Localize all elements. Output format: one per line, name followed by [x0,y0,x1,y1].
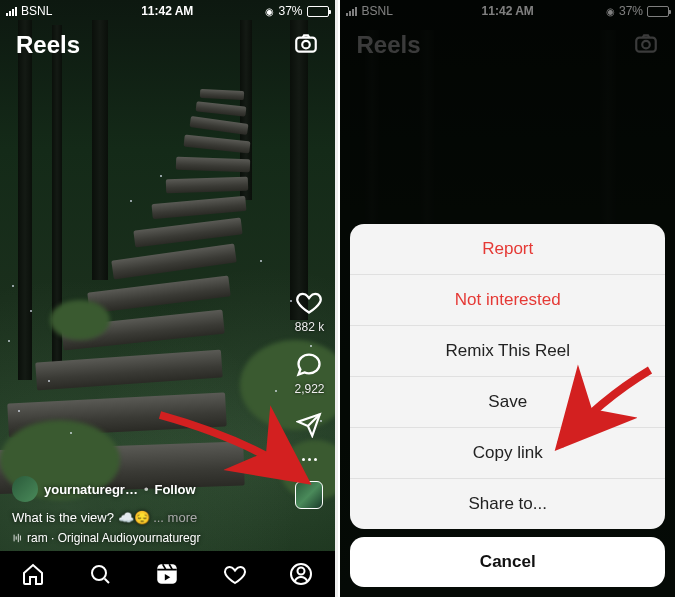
follow-button[interactable]: Follow [154,482,195,497]
share-button[interactable] [296,412,322,438]
svg-rect-0 [296,38,316,52]
sheet-item-not-interested[interactable]: Not interested [350,275,665,326]
battery-percent: 37% [278,4,302,18]
reels-tab[interactable] [154,561,180,587]
sheet-item-share-to[interactable]: Share to... [350,479,665,529]
camera-button[interactable] [293,30,319,60]
profile-tab[interactable] [289,562,313,586]
reels-header: Reels [16,30,319,60]
sheet-item-copy-link[interactable]: Copy link [350,428,665,479]
phone-screen-right: BSNL 11:42 AM ◉ 37% Reels [340,0,675,597]
svg-rect-4 [18,534,19,542]
reel-actions: 882 k 2,922 [294,288,324,509]
audio-thumbnail[interactable] [295,481,323,509]
svg-rect-3 [16,536,17,539]
svg-rect-2 [14,535,15,542]
caption-text[interactable]: What is the view? ☁️😔 ... more [12,510,265,525]
signal-icon [6,7,17,16]
sheet-cancel-button[interactable]: Cancel [350,537,665,587]
svg-rect-5 [20,536,21,541]
sheet-item-save[interactable]: Save [350,377,665,428]
activity-tab[interactable] [223,562,247,586]
home-tab[interactable] [21,562,45,586]
author-avatar[interactable] [12,476,38,502]
svg-point-1 [302,41,310,49]
like-button[interactable]: 882 k [295,288,324,334]
bottom-tab-bar [0,551,335,597]
action-sheet: Report Not interested Remix This Reel Sa… [350,224,665,587]
carrier-label: BSNL [21,4,52,18]
like-count: 882 k [295,320,324,334]
comment-count: 2,922 [294,382,324,396]
status-time: 11:42 AM [141,4,193,18]
comment-button[interactable]: 2,922 [294,350,324,396]
sheet-item-report[interactable]: Report [350,224,665,275]
status-bar: BSNL 11:42 AM ◉ 37% [0,0,335,22]
svg-rect-7 [158,564,178,584]
sheet-item-remix[interactable]: Remix This Reel [350,326,665,377]
search-tab[interactable] [88,562,112,586]
reel-caption: yournaturegr… • Follow What is the view?… [12,476,265,545]
svg-point-6 [92,566,106,580]
battery-icon [307,6,329,17]
phone-screen-left: BSNL 11:42 AM ◉ 37% Reels [0,0,335,597]
svg-point-9 [298,568,305,575]
more-button[interactable] [298,454,321,465]
audio-link[interactable]: ram · Original Audioyournaturegr [12,531,265,545]
author-username[interactable]: yournaturegr… [44,482,138,497]
page-title: Reels [16,31,80,59]
